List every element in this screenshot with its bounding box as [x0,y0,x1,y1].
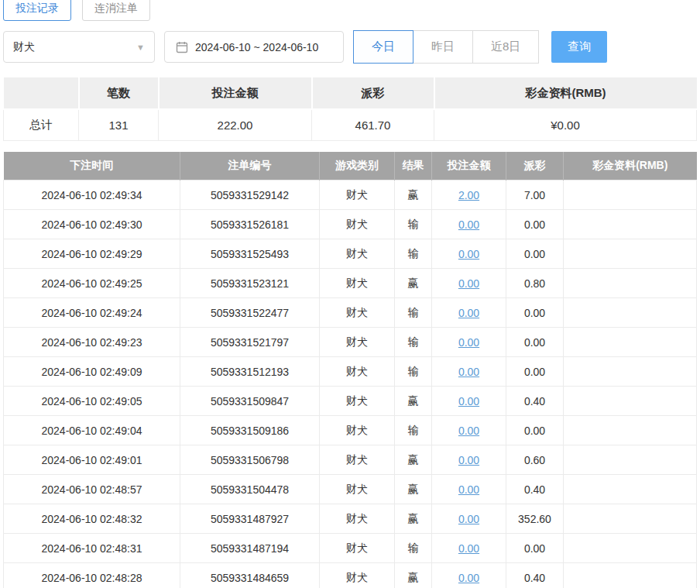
header-result: 结果 [395,152,432,181]
game-type-cell: 财犬 [320,298,395,328]
summary-header-payout: 派彩 [312,77,434,109]
payout-cell: 0.40 [506,563,564,588]
bonus-cell [564,563,697,588]
summary-table: 笔数 投注金额 派彩 彩金资料(RMB) 总计 131 222.00 461.7… [3,77,697,141]
game-type-cell: 财犬 [320,269,395,298]
bet-amount-link[interactable]: 0.00 [458,425,479,437]
payout-cell: 0.00 [506,298,564,328]
bonus-cell [564,181,697,210]
summary-header-empty [4,77,79,109]
order-id-cell: 5059331525493 [180,239,320,269]
payout-cell: 0.00 [506,534,564,563]
header-bonus: 彩金资料(RMB) [564,152,697,181]
bet-amount-link[interactable]: 0.00 [458,366,479,378]
bonus-cell [564,357,697,387]
game-type-cell: 财犬 [320,387,395,416]
bet-amount-cell: 0.00 [432,328,506,357]
bonus-cell [564,445,697,475]
result-cell: 赢 [395,445,432,475]
result-cell: 赢 [395,181,432,210]
bet-amount-link[interactable]: 0.00 [458,307,479,319]
payout-cell: 0.00 [506,357,564,387]
table-row: 2024-06-10 02:49:23 5059331521797 财犬 输 0… [4,328,697,357]
payout-cell: 0.40 [506,387,564,416]
summary-total-label: 总计 [4,109,79,140]
bonus-cell [564,210,697,239]
order-id-cell: 5059331509186 [180,416,320,445]
bonus-cell [564,534,697,563]
order-id-cell: 5059331487194 [180,534,320,563]
table-row: 2024-06-10 02:49:34 5059331529142 财犬 赢 2… [4,181,697,210]
result-cell: 赢 [395,504,432,534]
table-row: 2024-06-10 02:49:09 5059331512193 财犬 输 0… [4,357,697,387]
bet-time-cell: 2024-06-10 02:48:28 [4,563,180,588]
order-id-cell: 5059331487927 [180,504,320,534]
order-id-cell: 5059331526181 [180,210,320,239]
bet-time-cell: 2024-06-10 02:49:25 [4,269,180,298]
bet-time-cell: 2024-06-10 02:49:24 [4,298,180,328]
bet-amount-link[interactable]: 2.00 [458,189,479,201]
header-order-id: 注单编号 [180,152,320,181]
quick-range-last8days[interactable]: 近8日 [472,30,539,64]
bet-amount-link[interactable]: 0.00 [458,218,479,231]
payout-cell: 0.00 [506,416,564,445]
bet-amount-link[interactable]: 0.00 [458,513,479,525]
quick-range-yesterday[interactable]: 昨日 [413,30,473,64]
bet-amount-cell: 2.00 [432,181,506,210]
bet-time-cell: 2024-06-10 02:49:29 [4,239,180,269]
calendar-icon [176,41,188,53]
result-cell: 输 [395,210,432,239]
result-cell: 赢 [395,387,432,416]
table-row: 2024-06-10 02:49:30 5059331526181 财犬 输 0… [4,210,697,239]
summary-header-row: 笔数 投注金额 派彩 彩金资料(RMB) [4,77,697,109]
bet-amount-cell: 0.00 [432,416,506,445]
summary-total-payout: 461.70 [312,109,434,140]
header-payout: 派彩 [506,152,564,181]
bet-amount-cell: 0.00 [432,357,506,387]
order-id-cell: 5059331509847 [180,387,320,416]
summary-total-bonus: ¥0.00 [434,109,697,140]
bet-amount-link[interactable]: 0.00 [458,572,479,584]
order-id-cell: 5059331506798 [180,445,320,475]
payout-cell: 0.00 [506,239,564,269]
bonus-cell [564,298,697,328]
result-cell: 输 [395,357,432,387]
header-game-type: 游戏类别 [320,152,395,181]
table-row: 2024-06-10 02:49:29 5059331525493 财犬 输 0… [4,239,697,269]
bet-amount-link[interactable]: 0.00 [458,336,479,349]
order-id-cell: 5059331512193 [180,357,320,387]
table-row: 2024-06-10 02:49:01 5059331506798 财犬 赢 0… [4,445,697,475]
bet-amount-cell: 0.00 [432,387,506,416]
tab-betting-records[interactable]: 投注记录 [3,0,71,21]
bet-amount-link[interactable]: 0.00 [458,248,479,260]
search-button[interactable]: 查询 [551,31,607,63]
game-type-cell: 财犬 [320,534,395,563]
bet-amount-link[interactable]: 0.00 [458,395,479,407]
bet-amount-link[interactable]: 0.00 [458,483,479,496]
payout-cell: 0.80 [506,269,564,298]
bet-time-cell: 2024-06-10 02:49:23 [4,328,180,357]
game-select[interactable]: 财犬 ▼ [3,31,155,63]
game-type-cell: 财犬 [320,210,395,239]
header-bet-amount: 投注金额 [432,152,506,181]
bet-amount-cell: 0.00 [432,298,506,328]
quick-range-today[interactable]: 今日 [353,30,413,64]
order-id-cell: 5059331523121 [180,269,320,298]
bet-amount-link[interactable]: 0.00 [458,454,479,466]
date-range-input[interactable]: 2024-06-10 ~ 2024-06-10 [164,31,344,63]
bet-amount-cell: 0.00 [432,445,506,475]
betting-records-page: 投注记录 连消注单 财犬 ▼ 2024-06-10 ~ 2024-06-10 今… [0,0,700,588]
result-cell: 输 [395,239,432,269]
header-bet-time: 下注时间 [4,152,180,181]
bet-amount-link[interactable]: 0.00 [458,277,479,290]
bet-time-cell: 2024-06-10 02:48:57 [4,475,180,504]
table-row: 2024-06-10 02:49:24 5059331522477 财犬 输 0… [4,298,697,328]
game-select-value: 财犬 [13,40,35,54]
result-cell: 赢 [395,563,432,588]
bet-time-cell: 2024-06-10 02:49:34 [4,181,180,210]
table-row: 2024-06-10 02:48:32 5059331487927 财犬 赢 0… [4,504,697,534]
filter-bar: 财犬 ▼ 2024-06-10 ~ 2024-06-10 今日 昨日 近8日 查… [3,30,697,64]
tab-cancelled-orders[interactable]: 连消注单 [82,0,150,21]
bet-time-cell: 2024-06-10 02:49:04 [4,416,180,445]
bet-amount-link[interactable]: 0.00 [458,542,479,555]
